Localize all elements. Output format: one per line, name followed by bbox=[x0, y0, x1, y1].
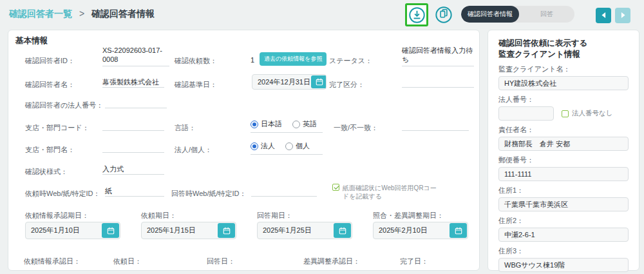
radio-corporate-label: 法人 bbox=[261, 141, 275, 151]
radio-individual[interactable]: 個人 bbox=[285, 141, 310, 151]
radio-selected-icon bbox=[251, 142, 258, 150]
previous-button[interactable] bbox=[596, 8, 611, 23]
calendar-icon[interactable] bbox=[450, 223, 467, 238]
client-name-field: 監査クライアント名： HY建設株式会社 bbox=[498, 64, 629, 90]
branch-code-label: 支店・部門コード： bbox=[25, 123, 90, 133]
calendar-icon[interactable] bbox=[311, 75, 327, 88]
completion-label: 完了区分： bbox=[329, 80, 365, 90]
postal-input[interactable]: 111-1111 bbox=[498, 167, 629, 181]
manager-input[interactable]: 財務部長 倉井 安都 bbox=[498, 137, 629, 151]
no-corp-number-checkbox[interactable] bbox=[562, 110, 569, 117]
page-title: 確認回答者情報 bbox=[91, 8, 155, 19]
request-date-label: 依頼日： bbox=[113, 257, 142, 266]
address1-label: 住所1： bbox=[498, 186, 629, 195]
base-date-label: 確認基準日： bbox=[175, 80, 217, 90]
request-due-label: 依頼期日： bbox=[141, 211, 176, 220]
responder-name-label: 確認回答者名： bbox=[25, 80, 75, 90]
entity-type-label: 法人/個人： bbox=[175, 145, 212, 155]
download-button[interactable] bbox=[405, 3, 428, 26]
branch-code-field[interactable] bbox=[102, 121, 164, 131]
status-field[interactable]: 確認回答者情報入力待ち bbox=[402, 46, 474, 66]
status-label: ステータス： bbox=[329, 56, 372, 66]
calendar-icon[interactable] bbox=[218, 223, 235, 238]
tab-answer[interactable]: 回答 bbox=[519, 6, 574, 23]
basic-info-panel: 基本情報 確認回答者ID： XS-22092603-017-0008 確認依頼数… bbox=[8, 30, 480, 271]
view-toggle: 確認回答者情報 回答 bbox=[461, 6, 574, 23]
language-radio-group: 日本語 英語 bbox=[251, 119, 323, 133]
radio-english-label: 英語 bbox=[303, 119, 317, 129]
postal-label: 郵便番号： bbox=[498, 155, 629, 165]
no-corp-number-label: 法人番号なし bbox=[572, 109, 613, 118]
radio-corporate[interactable]: 法人 bbox=[251, 141, 275, 151]
responder-name-field[interactable]: 幕張製鉄株式会社 bbox=[102, 77, 164, 88]
answer-date-label: 回答日： bbox=[207, 257, 235, 266]
reconcile-due-input[interactable]: 2025年2月10日 bbox=[373, 222, 468, 239]
diff-approval-date-label: 差異調整承認日： bbox=[303, 257, 360, 266]
qr-checkbox-label: 紙面確認状にWeb回答用QRコードを記載する bbox=[343, 184, 440, 201]
radio-individual-label: 個人 bbox=[296, 141, 310, 151]
responder-id-field[interactable]: XS-22092603-017-0008 bbox=[102, 46, 169, 66]
responder-corp-number-field[interactable] bbox=[105, 98, 167, 108]
radio-japanese-label: 日本語 bbox=[261, 119, 282, 129]
audit-client-title: 確認回答依頼に表示する 監査クライアント情報 bbox=[498, 38, 629, 60]
request-medium-label: 依頼時Web/紙/特定ID： bbox=[25, 189, 100, 199]
address1-field: 住所1： 千葉県千葉市美浜区 bbox=[498, 186, 629, 211]
request-info-approval-date-label: 依頼情報承認日： bbox=[24, 257, 80, 266]
request-info-approval-due-value: 2025年1月10日 bbox=[26, 222, 101, 239]
form-style-label: 確認状様式： bbox=[25, 167, 68, 177]
request-medium-field[interactable]: 紙 bbox=[105, 186, 164, 197]
address3-input[interactable]: WBGサウス棟19階 bbox=[498, 258, 629, 272]
address3-field: 住所3： WBGサウス棟19階 bbox=[498, 246, 629, 272]
answer-due-value: 2025年1月25日 bbox=[258, 222, 333, 239]
entity-radio-group: 法人 個人 bbox=[251, 141, 323, 155]
completion-date-label: 完了日： bbox=[400, 257, 428, 266]
address2-label: 住所2： bbox=[498, 216, 629, 226]
base-date-value: 2024年12月31日 bbox=[252, 75, 310, 89]
reconcile-due-label: 照合・差異調整期日： bbox=[373, 211, 444, 220]
answer-due-input[interactable]: 2025年1月25日 bbox=[257, 222, 352, 239]
branch-name-field[interactable] bbox=[102, 142, 164, 153]
request-count-value: 1 bbox=[251, 56, 254, 64]
breadcrumb-parent-link[interactable]: 確認回答者一覧 bbox=[9, 8, 72, 19]
answer-medium-field[interactable] bbox=[251, 186, 317, 197]
responder-corp-number-label: 確認回答者の法人番号： bbox=[25, 101, 103, 110]
download-icon bbox=[408, 6, 426, 24]
request-count-label: 確認依頼数： bbox=[175, 56, 217, 66]
qr-checkbox-row: 紙面確認状にWeb回答用QRコードを記載する bbox=[332, 184, 440, 201]
corp-number-label: 法人番号： bbox=[498, 95, 629, 104]
client-name-input[interactable]: HY建設株式会社 bbox=[498, 76, 629, 90]
calendar-icon[interactable] bbox=[334, 223, 351, 238]
past-requests-button[interactable]: 過去の依頼情報を参照 bbox=[260, 52, 327, 66]
section-title: 基本情報 bbox=[15, 35, 48, 46]
tab-responder-info[interactable]: 確認回答者情報 bbox=[461, 6, 519, 23]
chevron-left-icon bbox=[600, 10, 607, 21]
base-date-input[interactable]: 2024年12月31日 bbox=[252, 74, 327, 90]
qr-checkbox[interactable] bbox=[332, 184, 339, 191]
copy-button[interactable] bbox=[435, 6, 453, 24]
client-name-label: 監査クライアント名： bbox=[498, 64, 629, 74]
match-field[interactable] bbox=[402, 121, 469, 131]
audit-client-title-line1: 確認回答依頼に表示する bbox=[498, 38, 629, 49]
request-info-approval-due-input[interactable]: 2025年1月10日 bbox=[25, 222, 120, 239]
calendar-icon[interactable] bbox=[102, 223, 119, 238]
form-style-field[interactable]: 入力式 bbox=[102, 164, 164, 175]
next-button[interactable] bbox=[615, 8, 630, 23]
completion-field[interactable] bbox=[402, 77, 474, 88]
breadcrumb: 確認回答者一覧 > 確認回答者情報 bbox=[9, 8, 155, 20]
request-due-input[interactable]: 2025年1月15日 bbox=[141, 222, 236, 239]
copy-icon bbox=[435, 6, 453, 24]
radio-japanese[interactable]: 日本語 bbox=[251, 119, 282, 129]
manager-label: 責任者名： bbox=[498, 125, 629, 135]
radio-english[interactable]: 英語 bbox=[292, 119, 317, 129]
radio-selected-icon bbox=[251, 121, 258, 128]
address1-input[interactable]: 千葉県千葉市美浜区 bbox=[498, 197, 629, 211]
radio-unselected-icon bbox=[292, 121, 300, 128]
corp-number-input[interactable] bbox=[498, 106, 554, 121]
chevron-right-icon bbox=[620, 10, 627, 21]
audit-client-panel: 確認回答依頼に表示する 監査クライアント情報 監査クライアント名： HY建設株式… bbox=[488, 30, 639, 271]
audit-client-title-line2: 監査クライアント情報 bbox=[498, 49, 629, 60]
branch-name-label: 支店・部門名： bbox=[25, 145, 75, 155]
address2-input[interactable]: 中瀬2-6-1 bbox=[498, 228, 629, 242]
answer-medium-label: 回答時Web/紙/特定ID： bbox=[171, 189, 247, 199]
page: 確認回答者一覧 > 確認回答者情報 確認回答者情報 回答 bbox=[0, 0, 644, 274]
